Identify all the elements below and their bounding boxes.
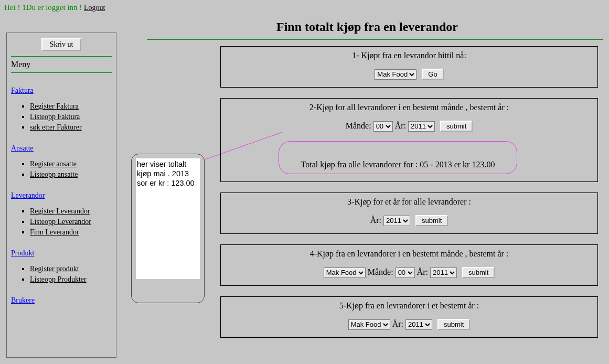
sidebar-item: Listeopp ansatte xyxy=(30,170,112,179)
sidebar-link-listeopp-ansatte[interactable]: Listeopp ansatte xyxy=(30,170,78,178)
sidebar-list: Register ansatte Listeopp ansatte xyxy=(11,160,112,179)
divider xyxy=(11,72,112,73)
sidebar-link-register-faktura[interactable]: Register Faktura xyxy=(30,102,79,110)
section-4: 4-Kjøp fra en levrandorer i en bestemt m… xyxy=(220,244,598,286)
logged-in-text: Du er logget inn ! xyxy=(26,3,82,12)
sidebar-link-listeopp-faktura[interactable]: Listeopp Faktura xyxy=(30,113,80,121)
year-label: År: xyxy=(395,121,406,130)
year-select-2[interactable]: 2011 xyxy=(408,121,435,132)
main-content: Finn totalt kjøp fra en leverandor 1- Kj… xyxy=(131,15,603,348)
sidebar-section-produkt[interactable]: Produkt xyxy=(11,249,34,258)
sidebar-list: Register Faktura Listeopp Faktura søk et… xyxy=(11,102,112,132)
sidebar-link-listeopp-leverandor[interactable]: Listeopp Leverandor xyxy=(30,218,91,226)
sidebar-link-listeopp-produkter[interactable]: Listeopp Produkter xyxy=(30,275,87,283)
title-underline xyxy=(147,39,603,40)
sidebar-item: Register produkt xyxy=(30,265,112,273)
sidebar-link-finn-leverandor[interactable]: Finn Leverandor xyxy=(30,228,79,236)
year-select-4[interactable]: 2011 xyxy=(430,267,457,278)
sidebar-item: Listeopp Leverandor xyxy=(30,218,112,226)
sidebar-item: Register ansatte xyxy=(30,160,112,168)
section-1-label: 1- Kjøpt fra en levrandor hittil nå: xyxy=(226,51,592,60)
greeting-prefix: Hei ! 1 xyxy=(4,3,26,12)
submit-button-2[interactable]: submit xyxy=(440,121,473,132)
section-4-label: 4-Kjøp fra en levrandorer i en bestemt m… xyxy=(226,249,592,259)
sidebar-link-register-leverandor[interactable]: Register Leverandor xyxy=(30,207,90,215)
section-1: 1- Kjøpt fra en levrandor hittil nå: Mak… xyxy=(220,46,598,88)
supplier-select-5[interactable]: Mak Food xyxy=(348,319,390,330)
month-label: Månde: xyxy=(368,267,393,276)
sidebar-section-ansatte[interactable]: Ansatte xyxy=(11,144,34,153)
menu-title: Meny xyxy=(11,60,112,69)
sidebar-item: Listeopp Faktura xyxy=(30,113,112,121)
divider xyxy=(11,56,112,57)
supplier-select-1[interactable]: Mak Food xyxy=(375,69,416,80)
supplier-select-4[interactable]: Mak Food xyxy=(324,267,366,278)
month-select-4[interactable]: 00 xyxy=(396,267,415,278)
section-5: 5-Kjøp fra en levrandorer i et bestemt å… xyxy=(220,296,598,338)
print-button[interactable]: Skriv ut xyxy=(41,38,82,51)
section-3: 3-Kjøp for et år for alle levrandorer : … xyxy=(220,192,598,234)
year-label: År: xyxy=(370,216,381,224)
month-label: Månde: xyxy=(346,121,371,130)
result-bubble: Total kjøp fra alle levrandorer for : 05… xyxy=(279,141,517,174)
sidebar-item: søk etter Fakturer xyxy=(30,123,112,132)
sidebar-item: Register Leverandor xyxy=(30,207,112,216)
section-3-label: 3-Kjøp for et år for alle levrandorer : xyxy=(226,197,592,207)
go-button-1[interactable]: Go xyxy=(422,69,443,80)
sidebar-link-register-ansatte[interactable]: Register ansatte xyxy=(30,160,77,168)
sidebar-section-leverandor[interactable]: Leverandor xyxy=(11,191,45,200)
sidebar-section-brukere[interactable]: Brukere xyxy=(11,296,35,305)
sidebar: Skriv ut Meny Faktura Register Faktura L… xyxy=(6,33,116,358)
year-label: År: xyxy=(392,319,403,328)
sidebar-link-register-produkt[interactable]: Register produkt xyxy=(30,265,79,273)
top-bar: Hei ! 1Du er logget inn ! Logout xyxy=(0,0,609,14)
sidebar-link-sok-fakturer[interactable]: søk etter Fakturer xyxy=(30,123,82,131)
submit-button-5[interactable]: submit xyxy=(437,319,470,330)
page-title: Finn totalt kjøp fra en leverandor xyxy=(131,20,603,34)
section-2: 2-Kjøp for all levrandorer i en bestemt … xyxy=(220,98,598,182)
sidebar-item: Listeopp Produkter xyxy=(30,275,112,284)
sidebar-list: Register Leverandor Listeopp Leverandor … xyxy=(11,207,112,237)
year-label: År: xyxy=(417,267,428,276)
section-5-label: 5-Kjøp fra en levrandorer i et bestemt å… xyxy=(226,301,592,311)
month-select-2[interactable]: 00 xyxy=(373,121,393,132)
sidebar-list: Register produkt Listeopp Produkter xyxy=(11,265,112,284)
sidebar-section-faktura[interactable]: Faktura xyxy=(11,87,34,95)
section-2-label: 2-Kjøp for all levrandorer i en bestemt … xyxy=(226,103,592,112)
submit-button-3[interactable]: submit xyxy=(415,215,448,226)
year-select-3[interactable]: 2011 xyxy=(383,216,410,226)
submit-button-4[interactable]: submit xyxy=(462,267,495,278)
result-text: Total kjøp fra alle levrandorer for : 05… xyxy=(301,160,495,169)
year-select-5[interactable]: 2011 xyxy=(405,319,432,330)
logout-link[interactable]: Logout xyxy=(84,4,105,12)
sidebar-item: Register Faktura xyxy=(30,102,112,111)
sidebar-item: Finn Leverandor xyxy=(30,228,112,237)
